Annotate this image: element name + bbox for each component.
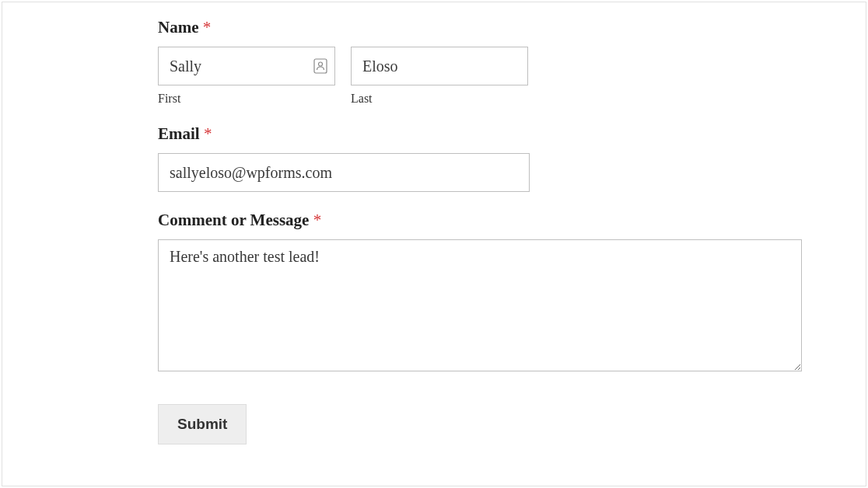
first-name-sublabel: First	[158, 92, 335, 106]
email-field-group: Email *	[158, 124, 710, 192]
name-label: Name *	[158, 18, 710, 37]
first-name-column: First	[158, 47, 335, 106]
submit-button[interactable]: Submit	[158, 404, 247, 444]
email-label-text: Email	[158, 124, 200, 143]
last-name-input[interactable]	[351, 47, 528, 85]
email-input[interactable]	[158, 153, 530, 192]
first-name-input[interactable]	[158, 47, 335, 85]
last-name-sublabel: Last	[351, 92, 528, 106]
message-label-text: Comment or Message	[158, 211, 309, 229]
name-field-group: Name * First Las	[158, 18, 710, 106]
required-asterisk: *	[313, 211, 322, 229]
message-textarea[interactable]	[158, 239, 802, 371]
last-name-column: Last	[351, 47, 528, 106]
message-label: Comment or Message *	[158, 211, 710, 230]
name-label-text: Name	[158, 18, 198, 37]
first-name-wrapper	[158, 47, 335, 85]
name-row: First Last	[158, 47, 710, 106]
form-container: Name * First Las	[2, 2, 866, 486]
message-field-group: Comment or Message *	[158, 211, 710, 375]
required-asterisk: *	[203, 18, 212, 37]
required-asterisk: *	[204, 124, 212, 143]
email-label: Email *	[158, 124, 710, 144]
